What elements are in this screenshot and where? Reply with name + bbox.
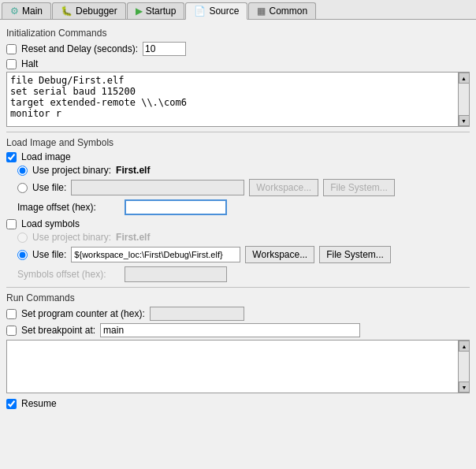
run-scrollbar-down-btn[interactable]: ▼: [459, 382, 470, 393]
run-commands-scrollbar: ▲ ▼: [458, 341, 469, 393]
divider-2: [6, 287, 470, 288]
set-pc-label: Set program counter at (hex):: [21, 308, 145, 319]
set-bp-row: Set breakpoint at:: [6, 323, 470, 337]
load-image-label: Load image: [21, 151, 71, 162]
run-commands-container: ▲ ▼: [6, 340, 470, 393]
halt-row: Halt: [6, 58, 470, 69]
sym-use-project-binary-row: Use project binary: First.elf: [6, 232, 470, 243]
set-pc-input[interactable]: [150, 307, 244, 321]
halt-checkbox[interactable]: [6, 59, 17, 69]
image-offset-label: Image offset (hex):: [17, 202, 120, 213]
tab-common-label: Common: [269, 6, 307, 17]
play-icon: ▶: [136, 6, 143, 17]
tab-debugger[interactable]: 🐛 Debugger: [52, 2, 126, 19]
use-file-radio[interactable]: [17, 183, 28, 193]
set-bp-input[interactable]: [100, 323, 360, 337]
divider-1: [6, 132, 470, 132]
use-project-binary-radio[interactable]: [17, 166, 28, 176]
use-project-binary-label: Use project binary:: [32, 165, 111, 176]
load-image-checkbox[interactable]: [6, 152, 17, 162]
use-file-label: Use file:: [32, 182, 66, 193]
init-cmd-line-4: monitor r: [10, 108, 455, 119]
sym-offset-input[interactable]: [125, 266, 227, 282]
content-panel: Initialization Commands Reset and Delay …: [0, 20, 476, 467]
reset-delay-label: Reset and Delay (seconds):: [21, 43, 138, 54]
sym-filesystem-btn[interactable]: File System...: [319, 246, 391, 263]
main-icon: ⚙: [10, 6, 19, 17]
run-scrollbar-track: [459, 352, 469, 382]
resume-row: Resume: [6, 398, 470, 409]
sym-use-file-row: Use file: Workspace... File System...: [6, 246, 470, 263]
halt-label: Halt: [21, 58, 38, 69]
tab-common[interactable]: ▦ Common: [248, 2, 316, 19]
filesystem-btn[interactable]: File System...: [323, 179, 395, 196]
load-section: Load Image and Symbols Load image Use pr…: [6, 137, 470, 282]
use-file-row: Use file: Workspace... File System...: [6, 179, 470, 196]
source-icon: 📄: [194, 6, 206, 17]
init-cmd-line-3: target extended-remote \\.\com6: [10, 97, 455, 108]
tab-main[interactable]: ⚙ Main: [2, 2, 51, 19]
sym-workspace-btn[interactable]: Workspace...: [245, 246, 314, 263]
use-file-input[interactable]: [71, 180, 244, 195]
load-section-label: Load Image and Symbols: [6, 137, 470, 148]
reset-delay-checkbox[interactable]: [6, 44, 17, 54]
init-commands-container: file Debug/First.elf set serial baud 115…: [6, 72, 470, 127]
use-project-binary-value: First.elf: [116, 165, 150, 176]
tab-bar: ⚙ Main 🐛 Debugger ▶ Startup 📄 Source ▦ C…: [0, 0, 476, 20]
grid-icon: ▦: [257, 6, 266, 17]
run-section: Run Commands Set program counter at (hex…: [6, 292, 470, 409]
set-bp-checkbox[interactable]: [6, 326, 17, 336]
tab-debugger-label: Debugger: [76, 6, 117, 17]
scrollbar-track: [459, 84, 469, 115]
image-offset-input[interactable]: [125, 199, 227, 215]
tab-startup-label: Startup: [146, 6, 177, 17]
use-project-binary-row: Use project binary: First.elf: [6, 165, 470, 176]
init-cmd-line-2: set serial baud 115200: [10, 86, 455, 97]
tab-source[interactable]: 📄 Source: [185, 2, 247, 20]
tab-main-label: Main: [22, 6, 43, 17]
sym-use-project-binary-label: Use project binary:: [32, 232, 111, 243]
init-cmd-line-1: file Debug/First.elf: [10, 75, 455, 86]
scrollbar-up-btn[interactable]: ▲: [459, 73, 470, 84]
sym-offset-label: Symbols offset (hex):: [17, 269, 120, 280]
resume-checkbox[interactable]: [6, 399, 17, 409]
init-commands-scrollbar: ▲ ▼: [458, 73, 469, 126]
run-section-label: Run Commands: [6, 292, 470, 303]
workspace-btn[interactable]: Workspace...: [249, 179, 318, 196]
init-section: Initialization Commands Reset and Delay …: [6, 28, 470, 127]
sym-use-file-input[interactable]: [71, 247, 240, 262]
tab-source-label: Source: [209, 6, 239, 17]
sym-use-project-binary-radio[interactable]: [17, 233, 28, 243]
resume-label: Resume: [21, 398, 57, 409]
sym-offset-row: Symbols offset (hex):: [6, 266, 470, 282]
set-bp-label: Set breakpoint at:: [21, 325, 95, 336]
reset-delay-input[interactable]: [143, 42, 186, 56]
sym-use-file-radio[interactable]: [17, 250, 28, 260]
load-symbols-checkbox[interactable]: [6, 219, 17, 229]
load-symbols-row: Load symbols: [6, 218, 470, 229]
sym-use-project-binary-value: First.elf: [116, 232, 150, 243]
scrollbar-down-btn[interactable]: ▼: [459, 115, 470, 126]
run-commands-textarea[interactable]: [7, 341, 458, 393]
init-section-label: Initialization Commands: [6, 28, 470, 39]
load-symbols-label: Load symbols: [21, 218, 80, 229]
reset-delay-row: Reset and Delay (seconds):: [6, 42, 470, 56]
load-image-row: Load image: [6, 151, 470, 162]
set-pc-checkbox[interactable]: [6, 309, 17, 319]
sym-use-file-label: Use file:: [32, 249, 66, 260]
init-commands-text[interactable]: file Debug/First.elf set serial baud 115…: [7, 73, 458, 126]
run-scrollbar-up-btn[interactable]: ▲: [459, 341, 470, 352]
bug-icon: 🐛: [61, 6, 73, 17]
image-offset-row: Image offset (hex):: [6, 199, 470, 215]
set-pc-row: Set program counter at (hex):: [6, 307, 470, 321]
tab-startup[interactable]: ▶ Startup: [127, 2, 185, 19]
